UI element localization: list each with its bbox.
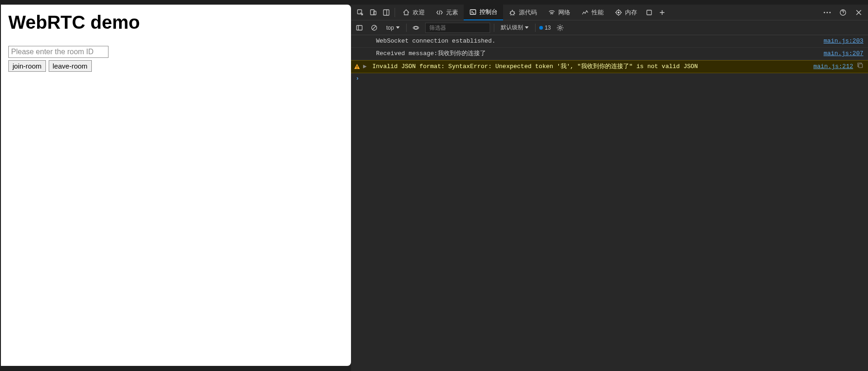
expand-arrow-icon[interactable]: ▶ (363, 62, 368, 71)
separator (406, 24, 407, 32)
clear-console-icon[interactable] (369, 22, 380, 33)
svg-rect-3 (383, 10, 389, 15)
tab-network[interactable]: 网络 (542, 5, 576, 20)
devtools-tab-bar: 欢迎 元素 控制台 源代码 网络 (351, 5, 868, 20)
button-row: join-room leave-room (8, 60, 344, 72)
toggle-sidebar-icon[interactable] (354, 22, 365, 33)
message-source-link[interactable]: main.js:212 (813, 62, 853, 71)
console-message-log: WebSocket connection established. main.j… (351, 35, 868, 48)
prompt-caret-icon: › (356, 75, 359, 82)
tab-elements[interactable]: 元素 (430, 5, 464, 20)
console-message-log: Received message:我收到你的连接了 main.js:207 (351, 48, 868, 60)
separator (494, 24, 494, 32)
more-options-icon[interactable] (821, 6, 834, 19)
svg-point-12 (830, 12, 831, 13)
page-title: WebRTC demo (8, 12, 344, 33)
tab-memory-label: 内存 (625, 8, 637, 17)
separator (395, 8, 395, 17)
tab-welcome[interactable]: 欢迎 (397, 5, 430, 20)
tab-console-label: 控制台 (479, 8, 498, 16)
inspect-element-icon[interactable] (354, 6, 367, 19)
device-toggle-icon[interactable] (367, 6, 380, 19)
svg-point-8 (618, 12, 619, 13)
message-text: Invalid JSON format: SyntaxError: Unexpe… (370, 62, 813, 71)
svg-rect-22 (859, 64, 862, 68)
svg-point-11 (827, 12, 828, 13)
dock-side-icon[interactable] (380, 6, 393, 19)
tab-console[interactable]: 控制台 (464, 5, 503, 20)
code-icon (436, 9, 443, 16)
log-level-label: 默认级别 (501, 24, 523, 31)
tab-overflow-icon[interactable] (643, 6, 656, 19)
room-id-input[interactable] (8, 46, 108, 58)
message-text: WebSocket connection established. (362, 37, 823, 46)
issue-dot-icon (539, 26, 543, 30)
console-toolbar: top 默认级别 13 (351, 20, 868, 35)
warning-icon (354, 63, 360, 70)
tab-performance[interactable]: 性能 (576, 5, 609, 20)
tab-welcome-label: 欢迎 (413, 8, 425, 17)
svg-rect-9 (647, 10, 651, 15)
add-tab-icon[interactable] (656, 6, 669, 19)
close-devtools-icon[interactable] (852, 6, 865, 19)
log-level-dropdown[interactable]: 默认级别 (498, 23, 531, 32)
svg-rect-14 (357, 25, 362, 30)
home-icon (402, 9, 410, 16)
performance-icon (581, 9, 589, 16)
bug-icon (509, 9, 516, 16)
svg-point-18 (415, 26, 417, 29)
console-prompt[interactable]: › (351, 73, 868, 84)
live-expression-icon[interactable] (410, 22, 421, 33)
console-filter-input[interactable] (425, 23, 490, 33)
join-room-button[interactable]: join-room (8, 60, 46, 72)
message-source-link[interactable]: main.js:203 (823, 37, 863, 46)
message-source-link[interactable]: main.js:207 (823, 49, 863, 58)
webpage-panel: WebRTC demo join-room leave-room (1, 5, 351, 366)
wifi-icon (548, 9, 555, 16)
console-message-warning: ▶ Invalid JSON format: SyntaxError: Unex… (351, 60, 868, 73)
leave-room-button[interactable]: leave-room (49, 60, 92, 72)
devtools-panel: 欢迎 元素 控制台 源代码 网络 (351, 5, 868, 371)
console-output: WebSocket connection established. main.j… (351, 35, 868, 371)
svg-rect-5 (470, 10, 476, 14)
console-settings-icon[interactable] (555, 22, 566, 33)
memory-icon (615, 9, 622, 16)
svg-point-6 (511, 11, 514, 15)
tab-sources-label: 源代码 (519, 8, 537, 17)
svg-rect-20 (357, 66, 357, 68)
tab-sources[interactable]: 源代码 (503, 5, 542, 20)
svg-point-10 (824, 12, 825, 13)
svg-point-19 (559, 26, 562, 29)
context-dropdown[interactable]: top (383, 24, 402, 32)
message-text: Received message:我收到你的连接了 (362, 49, 823, 58)
issues-count[interactable]: 13 (539, 25, 551, 31)
chevron-down-icon (396, 26, 400, 29)
tab-performance-label: 性能 (592, 8, 604, 17)
svg-line-17 (372, 26, 376, 30)
tab-elements-label: 元素 (446, 8, 458, 17)
chevron-down-icon (525, 26, 529, 29)
copy-icon[interactable] (857, 62, 863, 69)
separator (535, 24, 536, 32)
issue-count-value: 13 (545, 25, 551, 31)
context-label: top (386, 25, 394, 31)
help-icon[interactable] (836, 6, 849, 19)
console-icon (469, 8, 477, 16)
svg-rect-21 (357, 68, 357, 69)
tab-bar-right (821, 6, 865, 19)
tab-network-label: 网络 (558, 8, 570, 17)
tab-memory[interactable]: 内存 (609, 5, 643, 20)
